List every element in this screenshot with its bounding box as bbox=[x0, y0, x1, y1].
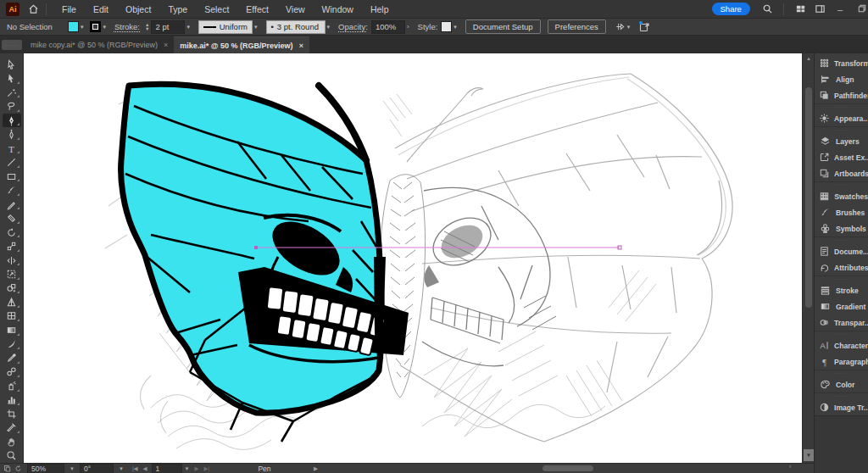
panel-item-attributes[interactable]: Attributes bbox=[815, 259, 868, 275]
panel-group-separator[interactable]: ····· bbox=[815, 331, 868, 337]
stroke-dropdown-chevron-icon[interactable]: ▾ bbox=[103, 24, 106, 31]
artboard[interactable] bbox=[24, 53, 802, 463]
panel-item-transform[interactable]: Transform bbox=[815, 55, 868, 71]
menu-edit[interactable]: Edit bbox=[85, 0, 117, 19]
panel-item-swatches[interactable]: Swatches bbox=[815, 188, 868, 204]
knife-tool[interactable] bbox=[3, 337, 21, 351]
panel-item-image-trace[interactable]: Image Tr... bbox=[815, 399, 868, 415]
vertical-scrollbar[interactable]: ▲ ▼ bbox=[802, 53, 814, 463]
canvas-area[interactable] bbox=[24, 53, 802, 463]
paintbrush-tool[interactable] bbox=[3, 183, 21, 197]
slice-tool[interactable] bbox=[3, 421, 21, 435]
panel-item-symbols[interactable]: Symbols bbox=[815, 220, 868, 236]
search-icon[interactable] bbox=[762, 3, 773, 14]
close-tab-icon[interactable]: × bbox=[164, 41, 168, 49]
status-history-icon[interactable] bbox=[14, 465, 22, 472]
status-document-icon[interactable] bbox=[3, 465, 11, 472]
menu-object[interactable]: Object bbox=[117, 0, 159, 19]
artboard-tool[interactable] bbox=[3, 407, 21, 420]
gradient-tool[interactable] bbox=[3, 323, 21, 337]
stroke-panel-link[interactable]: Stroke: bbox=[114, 22, 140, 31]
eyedropper-tool[interactable] bbox=[3, 351, 21, 364]
scale-tool[interactable] bbox=[3, 239, 21, 253]
fill-dropdown-chevron-icon[interactable]: ▾ bbox=[81, 24, 84, 31]
style-chevron-icon[interactable]: ▾ bbox=[453, 24, 457, 31]
panel-item-paragraph[interactable]: ¶Paragraph bbox=[815, 353, 868, 370]
symbol-sprayer-tool[interactable] bbox=[3, 379, 21, 392]
style-swatch[interactable] bbox=[441, 21, 452, 32]
tab-mike-copy[interactable]: mike copy.ai* @ 50 % (RGB/Preview) × bbox=[25, 36, 174, 53]
eraser-tool[interactable] bbox=[3, 211, 21, 225]
next-artboard-icon[interactable]: ▶ bbox=[195, 465, 199, 472]
rotation-field[interactable]: 0° bbox=[80, 464, 114, 473]
panel-item-appearance[interactable]: Appeara... bbox=[815, 110, 868, 126]
panel-item-document-info[interactable]: Docume... bbox=[815, 243, 868, 259]
menu-help[interactable]: Help bbox=[362, 0, 398, 19]
share-button[interactable]: Share bbox=[712, 3, 750, 15]
menu-select[interactable]: Select bbox=[196, 0, 237, 19]
panel-group-separator[interactable]: ····· bbox=[815, 370, 868, 376]
artboard-number-field[interactable]: 1 bbox=[152, 464, 182, 473]
restore-button[interactable] bbox=[850, 4, 868, 14]
zoom-level-field[interactable]: 50% bbox=[27, 464, 64, 473]
panel-item-brushes[interactable]: Brushes bbox=[815, 204, 868, 220]
blend-tool[interactable] bbox=[3, 365, 21, 379]
panel-group-separator[interactable]: ····· bbox=[815, 236, 868, 243]
brush-definition-chevron-icon[interactable]: ▾ bbox=[327, 24, 331, 31]
panel-group-separator[interactable]: ····· bbox=[815, 103, 868, 110]
minimize-button[interactable]: – bbox=[830, 4, 850, 14]
stroke-color-swatch[interactable] bbox=[90, 21, 101, 32]
path-anchor-start[interactable] bbox=[254, 246, 258, 249]
panel-item-color[interactable]: Color bbox=[815, 376, 868, 392]
rotate-tool[interactable] bbox=[3, 225, 21, 239]
opacity-field[interactable]: 100% bbox=[371, 20, 405, 34]
magic-wand-tool[interactable] bbox=[3, 86, 21, 99]
fill-color-swatch[interactable] bbox=[68, 21, 79, 32]
panel-item-gradient[interactable]: Gradient bbox=[815, 298, 868, 314]
menu-window[interactable]: Window bbox=[314, 0, 362, 19]
preferences-button[interactable]: Preferences bbox=[548, 19, 606, 34]
previous-artboard-icon[interactable]: ◀ bbox=[143, 465, 147, 472]
selection-tool[interactable] bbox=[3, 58, 21, 71]
zoom-chevron-icon[interactable]: ▼ bbox=[70, 466, 75, 471]
illustrator-logo-icon[interactable]: Ai bbox=[6, 3, 19, 16]
menu-view[interactable]: View bbox=[277, 0, 314, 19]
snap-options-chevron-icon[interactable]: ▾ bbox=[627, 24, 631, 31]
panel-item-align[interactable]: Align bbox=[815, 71, 868, 87]
tab-mike-active[interactable]: mike.ai* @ 50 % (RGB/Preview) × bbox=[174, 36, 309, 53]
status-flyout-icon[interactable]: ▶ bbox=[314, 465, 318, 472]
panel-item-layers[interactable]: Layers bbox=[815, 133, 868, 149]
opacity-flyout-icon[interactable]: › bbox=[407, 23, 409, 31]
free-transform-tool[interactable] bbox=[3, 267, 21, 281]
rotation-chevron-icon[interactable]: ▼ bbox=[119, 466, 124, 471]
width-profile-select[interactable]: Uniform bbox=[198, 20, 253, 34]
panel-group-separator[interactable]: ····· bbox=[815, 392, 868, 399]
panel-item-asset-export[interactable]: Asset Ex... bbox=[815, 149, 868, 165]
horizontal-scroll-thumb[interactable] bbox=[542, 465, 593, 471]
scroll-down-icon[interactable]: ▼ bbox=[804, 449, 814, 461]
column-graph-tool[interactable] bbox=[3, 393, 21, 407]
panel-item-artboards[interactable]: Artboards bbox=[815, 165, 868, 181]
vertical-scroll-thumb[interactable] bbox=[805, 87, 812, 308]
panel-item-character[interactable]: ACharacter bbox=[815, 337, 868, 353]
zoom-tool[interactable] bbox=[3, 449, 21, 463]
artboard-chevron-icon[interactable]: ▼ bbox=[185, 466, 190, 471]
pen-tool[interactable] bbox=[3, 114, 21, 127]
panel-item-transparency[interactable]: Transpar... bbox=[815, 314, 868, 331]
last-artboard-icon[interactable]: ▶| bbox=[204, 465, 210, 472]
menu-type[interactable]: Type bbox=[159, 0, 196, 19]
document-setup-button[interactable]: Document Setup bbox=[465, 19, 541, 34]
menu-effect[interactable]: Effect bbox=[237, 0, 277, 19]
width-tool[interactable] bbox=[3, 253, 21, 267]
width-profile-chevron-icon[interactable]: ▾ bbox=[254, 24, 258, 31]
panel-group-separator[interactable]: ····· bbox=[815, 275, 868, 282]
direct-selection-tool[interactable] bbox=[3, 71, 21, 85]
shape-builder-tool[interactable] bbox=[3, 281, 21, 295]
properties-toggle-icon[interactable] bbox=[638, 21, 650, 33]
stroke-weight-stepper[interactable]: ▲▼ bbox=[145, 21, 149, 33]
panel-group-separator[interactable]: ····· bbox=[815, 181, 868, 188]
curvature-tool[interactable] bbox=[3, 127, 21, 141]
brush-definition-select[interactable]: •3 pt. Round bbox=[266, 20, 326, 34]
panel-group-separator[interactable]: ····· bbox=[815, 126, 868, 133]
home-icon[interactable] bbox=[28, 3, 39, 14]
